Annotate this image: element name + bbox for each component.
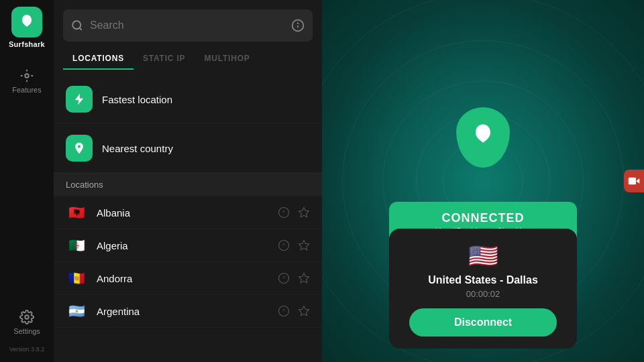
algeria-connect-btn[interactable] bbox=[278, 239, 290, 251]
argentina-actions bbox=[278, 305, 310, 317]
svg-marker-7 bbox=[299, 208, 309, 217]
nearest-icon bbox=[66, 135, 93, 162]
tabs: LOCATIONS STATIC IP MULTIHOP bbox=[54, 48, 322, 70]
andorra-actions bbox=[278, 272, 310, 284]
info-card: 🇺🇸 United States - Dallas 00:00:02 Disco… bbox=[389, 229, 577, 349]
tab-locations[interactable]: LOCATIONS bbox=[63, 48, 133, 70]
surfshark-logo-icon bbox=[11, 7, 42, 38]
fastest-location-label: Fastest location bbox=[102, 94, 172, 105]
version-label: Version 3.8.2 bbox=[9, 346, 45, 353]
sidebar-features-label: Features bbox=[12, 86, 41, 94]
tab-multihop[interactable]: MULTIHOP bbox=[195, 48, 259, 70]
argentina-connect-btn[interactable] bbox=[278, 305, 290, 317]
location-list: 🇦🇱 Albania 🇩🇿 Algeria bbox=[54, 196, 322, 362]
fastest-icon bbox=[66, 86, 93, 113]
nearest-country-label: Nearest country bbox=[102, 143, 173, 154]
tab-static-ip[interactable]: STATIC IP bbox=[133, 48, 195, 70]
sidebar-item-features[interactable]: Features bbox=[4, 62, 50, 101]
albania-actions bbox=[278, 206, 310, 219]
svg-point-2 bbox=[72, 21, 80, 29]
locations-section-header: Locations bbox=[54, 173, 322, 196]
albania-name: Albania bbox=[97, 207, 278, 219]
andorra-flag: 🇦🇩 bbox=[66, 271, 87, 286]
connected-country-name: United States - Dallas bbox=[409, 274, 557, 286]
list-item[interactable]: 🇦🇷 Argentina bbox=[54, 295, 322, 328]
svg-marker-13 bbox=[299, 306, 309, 316]
list-item[interactable]: 🇦🇩 Andorra bbox=[54, 262, 322, 295]
sidebar-nav: Features bbox=[4, 62, 50, 303]
argentina-flag: 🇦🇷 bbox=[66, 304, 87, 318]
svg-point-0 bbox=[25, 74, 29, 78]
sidebar-item-settings[interactable]: Settings bbox=[4, 303, 50, 342]
disconnect-button[interactable]: Disconnect bbox=[409, 308, 557, 337]
connected-country-flag: 🇺🇸 bbox=[409, 242, 557, 270]
connected-status: CONNECTED bbox=[429, 211, 537, 225]
svg-marker-11 bbox=[299, 274, 309, 283]
algeria-flag: 🇩🇿 bbox=[66, 238, 87, 253]
argentina-name: Argentina bbox=[97, 306, 278, 317]
sidebar-app-name: Surfshark bbox=[9, 40, 45, 48]
algeria-actions bbox=[278, 239, 310, 251]
search-icon bbox=[71, 19, 83, 32]
albania-favorite-btn[interactable] bbox=[298, 206, 310, 219]
connection-timer: 00:00:02 bbox=[409, 289, 557, 299]
svg-point-1 bbox=[25, 315, 29, 319]
search-bar bbox=[63, 9, 313, 42]
algeria-favorite-btn[interactable] bbox=[298, 239, 310, 251]
albania-flag: 🇦🇱 bbox=[66, 205, 87, 220]
svg-rect-14 bbox=[629, 178, 636, 185]
info-icon[interactable] bbox=[291, 19, 305, 32]
nearest-country-item[interactable]: Nearest country bbox=[54, 124, 322, 173]
list-item[interactable]: 🇩🇿 Algeria bbox=[54, 229, 322, 262]
sidebar-settings-label: Settings bbox=[13, 327, 40, 335]
andorra-connect-btn[interactable] bbox=[278, 272, 290, 284]
sidebar: Surfshark Features Settings Version 3.8.… bbox=[0, 0, 54, 362]
camera-icon[interactable] bbox=[624, 170, 644, 192]
algeria-name: Algeria bbox=[97, 240, 278, 251]
search-input[interactable] bbox=[90, 19, 284, 32]
main-panel: LOCATIONS STATIC IP MULTIHOP Fastest loc… bbox=[54, 0, 322, 362]
argentina-favorite-btn[interactable] bbox=[298, 305, 310, 317]
albania-connect-btn[interactable] bbox=[278, 206, 290, 219]
right-panel: CONNECTED Your IP address: Checking your… bbox=[322, 0, 644, 362]
sidebar-bottom: Settings Version 3.8.2 bbox=[4, 303, 50, 353]
svg-marker-9 bbox=[299, 241, 309, 250]
sidebar-logo: Surfshark bbox=[9, 7, 45, 48]
fastest-location-item[interactable]: Fastest location bbox=[54, 75, 322, 124]
list-item[interactable]: 🇦🇱 Albania bbox=[54, 196, 322, 229]
andorra-favorite-btn[interactable] bbox=[298, 272, 310, 284]
andorra-name: Andorra bbox=[97, 273, 278, 284]
